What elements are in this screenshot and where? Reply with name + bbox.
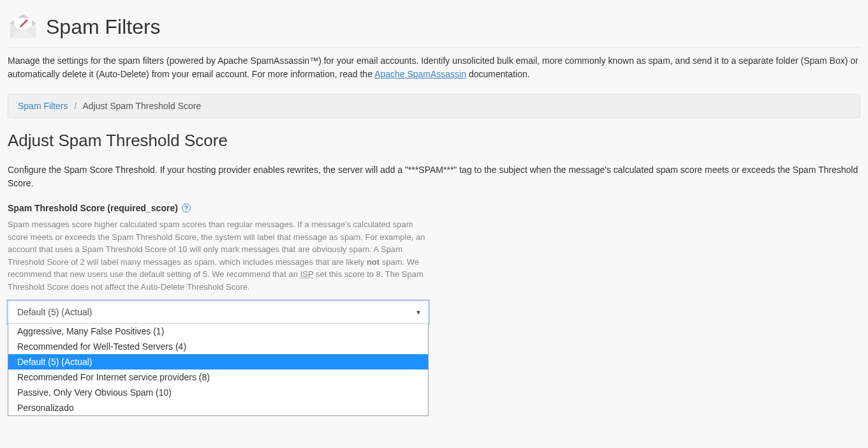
- section-description: Configure the Spam Score Threshold. If y…: [8, 163, 860, 190]
- threshold-select[interactable]: Default (5) (Actual) ▼: [8, 301, 429, 324]
- breadcrumb: Spam Filters / Adjust Spam Threshold Sco…: [8, 94, 860, 118]
- threshold-dropdown-list: Aggressive, Many False Positives (1)Reco…: [8, 324, 429, 416]
- page-title: Spam Filters: [46, 15, 161, 39]
- mail-icon: [8, 11, 38, 42]
- page-footer: cPanel 82.0.14 InicioMarcas comercialesP…: [0, 442, 868, 448]
- section-heading: Adjust Spam Threshold Score: [8, 131, 860, 151]
- dropdown-option[interactable]: Recommended For Internet service provide…: [8, 370, 428, 385]
- dropdown-option[interactable]: Recommended for Well-Tested Servers (4): [8, 339, 428, 354]
- breadcrumb-root-link[interactable]: Spam Filters: [18, 101, 68, 111]
- help-text-isp: ISP: [300, 269, 314, 279]
- help-text-1: Spam messages score higher calculated sp…: [8, 220, 425, 267]
- dropdown-option[interactable]: Personalizado: [8, 400, 428, 415]
- breadcrumb-current: Adjust Spam Threshold Score: [82, 101, 201, 111]
- breadcrumb-separator: /: [74, 101, 77, 111]
- threshold-help-text: Spam messages score higher calculated sp…: [8, 218, 429, 293]
- spamassassin-link[interactable]: Apache SpamAssassin: [374, 69, 466, 79]
- dropdown-option[interactable]: Default (5) (Actual): [8, 354, 428, 370]
- chevron-down-icon: ▼: [415, 309, 422, 316]
- help-icon[interactable]: ?: [182, 204, 191, 213]
- help-text-strong: not: [367, 257, 379, 267]
- intro-paragraph: Manage the settings for the spam filters…: [8, 54, 860, 81]
- field-label-text: Spam Threshold Score (required_score): [8, 203, 178, 213]
- threshold-select-wrapper: Default (5) (Actual) ▼ Aggressive, Many …: [8, 301, 429, 324]
- select-current-value: Default (5) (Actual): [17, 307, 92, 317]
- intro-text-after: documentation.: [466, 69, 530, 79]
- dropdown-option[interactable]: Passive, Only Very Obvious Spam (10): [8, 385, 428, 400]
- page-header: Spam Filters: [8, 6, 860, 48]
- dropdown-option[interactable]: Aggressive, Many False Positives (1): [8, 324, 428, 339]
- threshold-field-label: Spam Threshold Score (required_score) ?: [8, 203, 860, 213]
